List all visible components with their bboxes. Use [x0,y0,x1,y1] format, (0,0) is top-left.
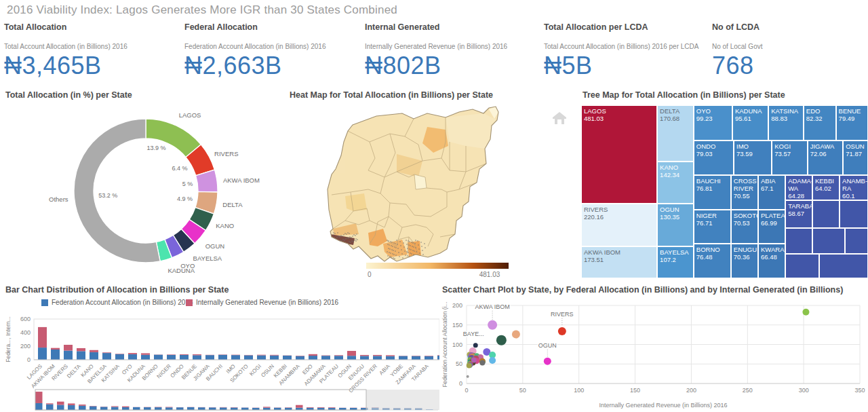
treemap-cell-adama-wa[interactable]: ADAMA-WA64.28 [785,175,812,200]
treemap-cell-benue[interactable]: BENUE79.49 [836,105,868,141]
treemap-cell-enugu[interactable]: ENUGU70.36 [731,244,758,278]
bar-igr-kaduna[interactable] [141,353,150,354]
bar-fed-kwara[interactable] [437,356,439,360]
bar-fed-akwa-ibom[interactable] [51,350,60,360]
scatter-point-fct[interactable] [467,375,469,378]
treemap-cell-small[interactable] [812,228,845,254]
bar-fed-lagos[interactable] [38,348,47,360]
bar-fed-plateau[interactable] [334,356,343,360]
bar-fed-zamfara[interactable] [412,356,420,360]
bar-igr-edo[interactable] [309,354,317,356]
treemap-cell-small[interactable] [845,228,868,254]
bar-fed-kebbi[interactable] [283,356,292,360]
scatter-point-ogun[interactable] [544,358,551,365]
treemap-cell-small[interactable] [785,254,819,278]
treemap-cell-cross-river[interactable]: CROSS RIVER70.55 [731,175,758,210]
treemap-cell-small[interactable] [840,200,868,228]
bar-igr-anambra[interactable] [296,356,304,356]
treemap-cell-kogi[interactable]: KOGI73.57 [772,141,807,175]
treemap-cell-kebbi[interactable]: KEBBI64.02 [812,175,840,200]
kpi-allocation-per-lcda[interactable]: Total Allocation per LCDA Total Account … [544,22,713,80]
treemap-cell-ondo[interactable]: ONDO79.03 [694,141,734,175]
bar-igr-benue[interactable] [193,354,201,355]
bar-chart[interactable]: 0200400600Federa..., Intern...LAGOSAKWA … [4,308,439,412]
bar-fed-jigawa[interactable] [205,355,214,360]
treemap-cell-osun[interactable]: OSUN71.87 [843,141,868,175]
bar-fed-abia[interactable] [386,356,395,360]
bar-igr-ondo[interactable] [180,354,189,355]
scatter-point-delta[interactable] [512,331,520,339]
bar-igr-lagos[interactable] [38,327,47,348]
kpi-no-of-lcda[interactable]: No of LCDA No of Local Govt 768 [712,22,868,80]
bar-igr-rivers[interactable] [64,345,73,351]
bar-igr-delta[interactable] [77,348,85,351]
bar-igr-osun[interactable] [270,355,279,356]
bar-igr-kano[interactable] [90,350,98,352]
legend-item-federal[interactable]: Federation Account Allocation (in Billio… [41,299,193,306]
treemap-cell-edo[interactable]: EDO82.32 [804,105,836,141]
treemap-cell-sokoto[interactable]: SOKOTO70.53 [731,210,758,244]
bar-fed-bauchi[interactable] [218,355,227,360]
scatter-point-kano[interactable] [496,335,507,345]
donut-chart[interactable]: LAGOS13.9 %RIVERS6.4 %AKWA IBOM5 %DELTA4… [4,101,283,279]
bar-fed-yobe[interactable] [399,356,408,360]
bar-igr-ogun[interactable] [347,351,356,356]
bar-fed-niger[interactable] [167,355,176,360]
scatter-point-ebonyi[interactable] [467,363,472,369]
bar-igr-kwara[interactable] [437,355,439,356]
treemap-cell-plateau[interactable]: PLATEAU66.99 [758,210,785,244]
bar-fed-kano[interactable] [90,352,98,360]
treemap-cell-imo[interactable]: IMO73.59 [734,141,772,175]
treemap-cell-niger[interactable]: NIGER76.71 [694,210,731,244]
treemap-cell-small[interactable] [812,200,840,228]
scatter-point-akwa-ibom[interactable] [488,320,497,330]
treemap-cell-katsina[interactable]: KATSINA88.83 [768,105,804,141]
bar-igr-kogi[interactable] [257,355,266,356]
bar-igr-cross-river[interactable] [373,355,382,356]
scatter-point-bayelsa[interactable] [473,343,478,348]
legend-item-igr[interactable]: Internally Generated Revenue (in Billion… [186,299,338,306]
bar-fed-kaduna[interactable] [141,355,150,360]
bar-igr-bayelsa[interactable] [102,352,111,353]
treemap-cell-borno[interactable]: BORNO76.48 [694,244,731,278]
bar-fed-osun[interactable] [270,356,279,360]
treemap-cell-bayelsa[interactable]: BAYELSA107.2 [657,246,694,278]
treemap-cell-kwara[interactable]: KWARA66.48 [758,244,785,278]
bar-fed-rivers[interactable] [64,351,73,360]
scatter-point-rivers[interactable] [558,327,566,335]
treemap-cell-bauchi[interactable]: BAUCHI76.81 [694,175,731,210]
kpi-total-allocation[interactable]: Total Allocation Total Account Allocatio… [4,22,174,80]
bar-fed-adamawa[interactable] [321,356,330,360]
treemap-cell-jigawa[interactable]: JIGAWA72.06 [808,141,843,175]
bar-fed-bayelsa[interactable] [102,353,111,360]
treemap-cell-oyo[interactable]: OYO99.23 [694,105,732,141]
scatter-point-abia[interactable] [479,360,485,366]
bar-igr-niger[interactable] [167,354,176,355]
scatter-point-edo[interactable] [489,357,496,364]
bar-fed-ogun[interactable] [347,356,356,360]
home-icon[interactable] [553,112,566,124]
bar-fed-katsina[interactable] [115,354,124,360]
bar-fed-ondo[interactable] [180,355,189,360]
bar-fed-sokoto[interactable] [244,355,253,360]
bar-fed-cross-river[interactable] [373,356,382,360]
treemap-cell-taraba[interactable]: TARABA58.67 [785,200,812,228]
nigeria-heatmap[interactable]: 0 481.03 [288,101,578,280]
treemap-cell-kaduna[interactable]: KADUNA95.61 [732,105,768,141]
donut-slice-others[interactable] [74,119,160,263]
treemap-cell-anamb-ra[interactable]: ANAMB-RA60.1 [840,175,868,200]
treemap-cell-abia[interactable]: ABIA67.1 [758,175,785,210]
bar-fed-kogi[interactable] [257,355,266,360]
treemap-chart[interactable]: LAGOS481.03RIVERS220.16AKWA IBOM173.51DE… [581,105,868,278]
treemap-cell-akwa-ibom[interactable]: AKWA IBOM173.51 [581,246,657,278]
kpi-internal-generated[interactable]: Internal Generated Internally Generated … [365,22,534,80]
treemap-cell-ogun[interactable]: OGUN130.35 [657,204,694,246]
bar-fed-enugu[interactable] [360,356,369,360]
bar-igr-plateau[interactable] [334,355,343,356]
bar-fed-imo[interactable] [231,355,240,360]
bar-fed-taraba[interactable] [425,356,433,360]
bar-igr-katsina[interactable] [115,354,124,354]
scatter-point-lagos[interactable] [802,309,809,316]
treemap-cell-lagos[interactable]: LAGOS481.03 [581,105,657,204]
treemap-cell-rivers[interactable]: RIVERS220.16 [581,204,657,246]
